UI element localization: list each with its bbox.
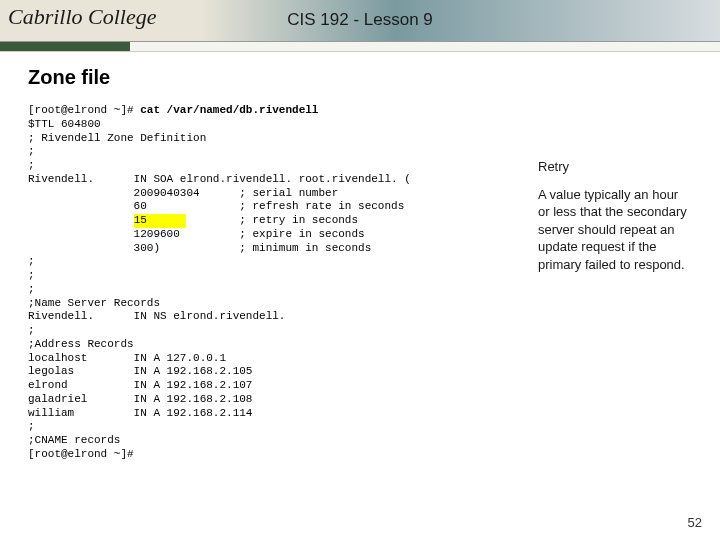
header-accent-bar: [0, 42, 720, 52]
soa-refresh-comment: ; refresh rate in seconds: [239, 200, 404, 212]
soa-retry-comment: ; retry in seconds: [239, 214, 358, 226]
soa-serial-comment: ; serial number: [239, 187, 338, 199]
zone-ttl: $TTL 604800: [28, 118, 101, 130]
zone-blank: ;: [28, 324, 35, 336]
terminal-output: [root@elrond ~]# cat /var/named/db.riven…: [28, 104, 411, 462]
ns-comment: ;Name Server Records: [28, 297, 160, 309]
a-record-legolas: legolas IN A 192.168.2.105: [28, 365, 252, 377]
soa-refresh: 60: [28, 200, 239, 212]
annotation-title: Retry: [538, 158, 688, 176]
slide-header-title: CIS 192 - Lesson 9: [287, 10, 433, 30]
ns-record: Rivendell. IN NS elrond.rivendell.: [28, 310, 285, 322]
soa-expire-comment: ; expire in seconds: [239, 228, 364, 240]
soa-minimum-comment: ; minimum in seconds: [239, 242, 371, 254]
a-record-localhost: localhost IN A 127.0.0.1: [28, 352, 226, 364]
page-number: 52: [688, 515, 702, 530]
a-record-galadriel: galadriel IN A 192.168.2.108: [28, 393, 252, 405]
soa-serial: 2009040304: [28, 187, 239, 199]
zone-comment: ; Rivendell Zone Definition: [28, 132, 206, 144]
soa-minimum: 300): [28, 242, 239, 254]
college-logo: Cabrillo College: [8, 4, 157, 30]
soa-retry-highlight: 15: [134, 214, 187, 228]
soa-retry-pad: [28, 214, 134, 226]
zone-blank: ;: [28, 145, 35, 157]
zone-blank: ;: [28, 255, 35, 267]
zone-blank: ;: [28, 283, 35, 295]
shell-prompt: [root@elrond ~]#: [28, 104, 140, 116]
a-record-elrond: elrond IN A 192.168.2.107: [28, 379, 252, 391]
zone-blank: ;: [28, 420, 35, 432]
annotation-body: A value typically an hour or less that t…: [538, 186, 688, 274]
shell-prompt-end: [root@elrond ~]#: [28, 448, 134, 460]
soa-expire: 1209600: [28, 228, 239, 240]
zone-blank: ;: [28, 269, 35, 281]
soa-declaration: Rivendell. IN SOA elrond.rivendell. root…: [28, 173, 411, 185]
zone-blank: ;: [28, 159, 35, 171]
a-record-william: william IN A 192.168.2.114: [28, 407, 252, 419]
section-title: Zone file: [28, 66, 110, 89]
shell-command: cat /var/named/db.rivendell: [140, 104, 318, 116]
a-comment: ;Address Records: [28, 338, 134, 350]
soa-retry-gap: [186, 214, 239, 226]
annotation-box: Retry A value typically an hour or less …: [538, 158, 688, 273]
cname-comment: ;CNAME records: [28, 434, 120, 446]
slide-header: Cabrillo College CIS 192 - Lesson 9: [0, 0, 720, 42]
